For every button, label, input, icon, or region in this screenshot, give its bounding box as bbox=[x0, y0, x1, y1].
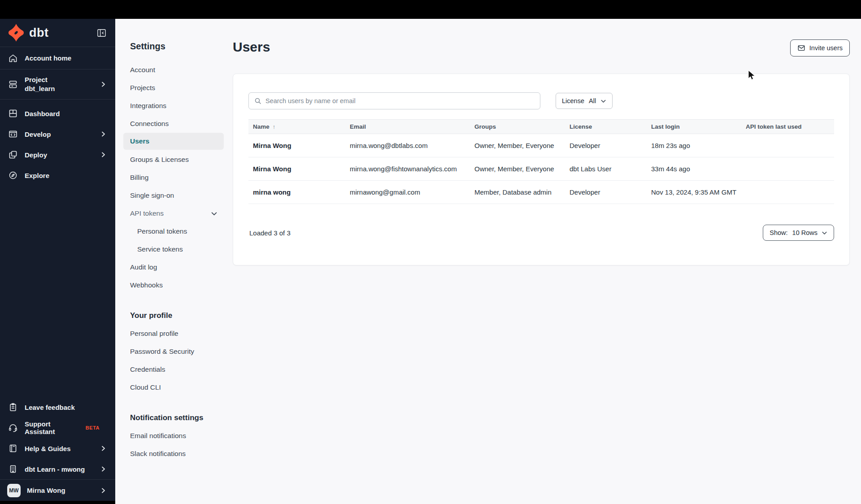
settings-heading-your-profile: Your profile bbox=[130, 307, 224, 325]
explore-icon bbox=[8, 170, 18, 180]
cell-name: mirna wong bbox=[248, 188, 345, 196]
dbt-logo: dbt bbox=[7, 23, 48, 42]
chevron-right-icon bbox=[100, 445, 106, 452]
settings-heading-settings: Settings bbox=[130, 41, 224, 54]
clipboard-icon bbox=[8, 402, 18, 412]
settings-nav-item-service-tokens[interactable]: Service tokens bbox=[130, 240, 224, 258]
settings-nav-item-integrations[interactable]: Integrations bbox=[130, 97, 224, 115]
search-icon bbox=[254, 97, 261, 104]
table-row[interactable]: mirna wongmirnawong@gmail.comMember, Dat… bbox=[248, 181, 834, 204]
settings-nav: SettingsAccountProjectsIntegrationsConne… bbox=[115, 19, 233, 504]
chevron-down-icon bbox=[211, 210, 217, 217]
settings-nav-item-email-notifications[interactable]: Email notifications bbox=[130, 427, 224, 445]
sidebar-user-menu[interactable]: MW Mirna Wong bbox=[0, 479, 115, 501]
chevron-right-icon bbox=[100, 466, 106, 472]
avatar: MW bbox=[7, 484, 21, 497]
invite-users-button[interactable]: Invite users bbox=[790, 39, 850, 56]
sidebar-item-account-home[interactable]: Account home bbox=[0, 47, 115, 70]
show-rows-button[interactable]: Show: 10 Rows bbox=[763, 225, 834, 241]
sidebar-item-support-assistant[interactable]: Support Assistant BETA bbox=[0, 417, 115, 438]
cell-groups: Owner, Member, Everyone bbox=[470, 142, 565, 149]
settings-nav-item-slack-notifications[interactable]: Slack notifications bbox=[130, 445, 224, 463]
settings-nav-item-single-sign-on[interactable]: Single sign-on bbox=[130, 187, 224, 204]
cell-email: mirnawong@gmail.com bbox=[345, 188, 470, 196]
cell-last-login: 33m 44s ago bbox=[647, 165, 741, 173]
search-box bbox=[248, 92, 540, 109]
settings-nav-item-billing[interactable]: Billing bbox=[130, 169, 224, 187]
sidebar-item-deploy[interactable]: Deploy bbox=[0, 144, 115, 165]
sidebar-item-dbt-learn[interactable]: dbt Learn - mwong bbox=[0, 459, 115, 479]
sidebar-item-help-guides[interactable]: Help & Guides bbox=[0, 438, 115, 459]
cell-license: dbt Labs User bbox=[565, 165, 647, 173]
cell-groups: Member, Database admin bbox=[470, 188, 565, 196]
column-header-name[interactable]: Name↑ bbox=[248, 123, 345, 130]
table-row[interactable]: Mirna Wongmirna.wong@fishtownanalytics.c… bbox=[248, 157, 834, 181]
settings-nav-item-audit-log[interactable]: Audit log bbox=[130, 258, 224, 276]
sidebar-footer: Leave feedback Support Assistant BETA bbox=[0, 397, 115, 504]
dashboard-icon bbox=[8, 109, 18, 118]
cell-license: Developer bbox=[565, 142, 647, 149]
settings-nav-item-projects[interactable]: Projects bbox=[130, 79, 224, 97]
book-icon bbox=[8, 443, 18, 453]
os-top-bar bbox=[0, 0, 861, 19]
column-header-api-token-last-used[interactable]: API token last used bbox=[741, 123, 834, 130]
chevron-down-icon bbox=[600, 98, 606, 104]
chevron-right-icon bbox=[100, 152, 106, 158]
column-header-groups[interactable]: Groups bbox=[470, 123, 565, 130]
chevron-right-icon bbox=[100, 487, 106, 494]
settings-nav-item-webhooks[interactable]: Webhooks bbox=[130, 276, 224, 294]
envelope-icon bbox=[797, 44, 805, 52]
headset-icon bbox=[8, 423, 18, 433]
cell-email: mirna.wong@fishtownanalytics.com bbox=[345, 165, 470, 173]
deploy-icon bbox=[8, 150, 18, 160]
sidebar-item-leave-feedback[interactable]: Leave feedback bbox=[0, 397, 115, 417]
project-icon bbox=[8, 79, 18, 89]
settings-nav-item-password-security[interactable]: Password & Security bbox=[130, 343, 224, 361]
table-body: Mirna Wongmirna.wong@dbtlabs.comOwner, M… bbox=[248, 134, 834, 204]
cell-name: Mirna Wong bbox=[248, 165, 345, 173]
dbt-logo-icon bbox=[7, 23, 26, 42]
cell-last-login: Nov 13, 2024, 9:35 AM GMT bbox=[647, 188, 741, 196]
sidebar-collapse-icon[interactable] bbox=[97, 28, 106, 38]
settings-nav-item-users[interactable]: Users bbox=[123, 133, 224, 150]
settings-nav-item-credentials[interactable]: Credentials bbox=[130, 361, 224, 378]
column-header-email[interactable]: Email bbox=[345, 123, 470, 130]
license-filter-button[interactable]: License All bbox=[556, 93, 613, 109]
cell-email: mirna.wong@dbtlabs.com bbox=[345, 142, 470, 149]
settings-nav-item-personal-profile[interactable]: Personal profile bbox=[130, 325, 224, 343]
settings-nav-item-cloud-cli[interactable]: Cloud CLI bbox=[130, 378, 224, 396]
settings-heading-notification-settings: Notification settings bbox=[130, 409, 224, 427]
sort-asc-icon: ↑ bbox=[273, 123, 276, 130]
sidebar-item-develop[interactable]: Develop bbox=[0, 124, 115, 144]
table-header-row: Name↑EmailGroupsLicenseLast loginAPI tok… bbox=[248, 119, 834, 134]
cell-last-login: 18m 23s ago bbox=[647, 142, 741, 149]
sidebar-item-dashboard[interactable]: Dashboard bbox=[0, 103, 115, 124]
search-users-input[interactable] bbox=[265, 97, 535, 104]
main-content: Users Invite users Licen bbox=[233, 19, 861, 504]
chevron-right-icon bbox=[100, 131, 106, 137]
settings-nav-item-personal-tokens[interactable]: Personal tokens bbox=[130, 222, 224, 240]
sidebar: dbt Account home bbox=[0, 19, 115, 504]
beta-badge: BETA bbox=[86, 425, 100, 430]
chevron-down-icon bbox=[822, 230, 827, 236]
settings-nav-item-groups-licenses[interactable]: Groups & Licenses bbox=[130, 151, 224, 169]
home-icon bbox=[8, 53, 18, 63]
chevron-right-icon bbox=[100, 81, 106, 87]
cell-name: Mirna Wong bbox=[248, 142, 345, 149]
users-card: License All Name↑EmailGroupsLicenseLast … bbox=[233, 74, 850, 265]
settings-nav-item-api-tokens[interactable]: API tokens bbox=[130, 204, 224, 222]
table-row[interactable]: Mirna Wongmirna.wong@dbtlabs.comOwner, M… bbox=[248, 134, 834, 157]
cell-license: Developer bbox=[565, 188, 647, 196]
column-header-last-login[interactable]: Last login bbox=[647, 123, 741, 130]
dbt-logo-text: dbt bbox=[29, 26, 48, 40]
building-icon bbox=[8, 464, 18, 474]
cell-groups: Owner, Member, Everyone bbox=[470, 165, 565, 173]
loaded-count: Loaded 3 of 3 bbox=[248, 229, 291, 237]
sidebar-item-explore[interactable]: Explore bbox=[0, 165, 115, 186]
settings-nav-item-connections[interactable]: Connections bbox=[130, 115, 224, 133]
sidebar-nav: Account home Project dbt_learn bbox=[0, 47, 115, 186]
users-table: Name↑EmailGroupsLicenseLast loginAPI tok… bbox=[248, 119, 834, 204]
column-header-license[interactable]: License bbox=[565, 123, 647, 130]
settings-nav-item-account[interactable]: Account bbox=[130, 61, 224, 79]
sidebar-item-project[interactable]: Project dbt_learn bbox=[0, 70, 115, 100]
